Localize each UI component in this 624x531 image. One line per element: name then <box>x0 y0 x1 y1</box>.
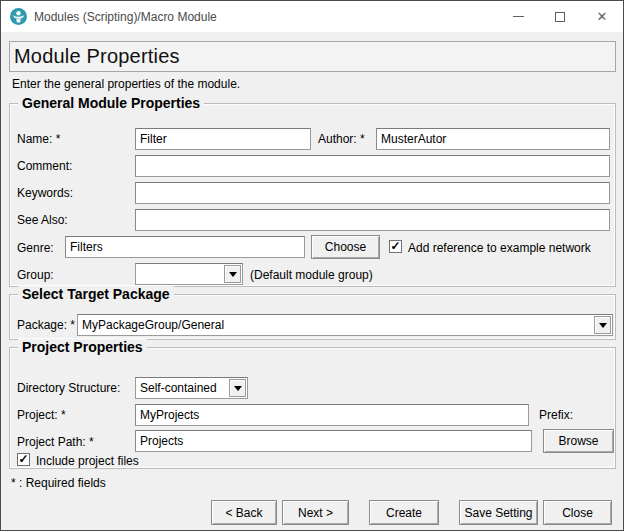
comment-label: Comment: <box>17 159 72 173</box>
group-label: Group: <box>17 268 54 282</box>
keywords-label: Keywords: <box>17 186 73 200</box>
target-package-legend: Select Target Package <box>18 286 174 302</box>
choose-button[interactable]: Choose <box>311 235 380 259</box>
group-hint: (Default module group) <box>250 268 373 282</box>
package-label: Package: * <box>17 318 75 332</box>
minimize-button[interactable] <box>497 1 539 32</box>
package-dropdown-value: MyPackageGroup/General <box>78 318 594 332</box>
target-package-group: Select Target Package Package: * MyPacka… <box>9 294 616 340</box>
comment-input[interactable] <box>135 155 610 177</box>
window-title: Modules (Scripting)/Macro Module <box>34 10 217 24</box>
close-icon: ✕ <box>597 10 608 23</box>
add-reference-checkbox[interactable]: ✓ <box>389 240 402 253</box>
name-input[interactable] <box>135 128 311 150</box>
general-properties-legend: General Module Properties <box>18 95 204 111</box>
chevron-down-icon[interactable] <box>229 379 246 397</box>
save-setting-button[interactable]: Save Setting <box>459 500 538 525</box>
include-project-files-checkbox[interactable]: ✓ <box>17 453 30 466</box>
group-dropdown[interactable] <box>135 263 243 285</box>
project-input[interactable] <box>135 404 529 426</box>
browse-button[interactable]: Browse <box>543 429 614 453</box>
project-path-input[interactable] <box>135 430 532 452</box>
triangle-glyph <box>229 272 237 277</box>
app-logo-icon <box>10 8 27 25</box>
directory-structure-dropdown[interactable]: Self-contained <box>135 377 248 399</box>
maximize-icon <box>555 12 565 22</box>
see-also-input[interactable] <box>135 209 610 231</box>
check-icon: ✓ <box>390 240 400 252</box>
chevron-down-icon[interactable] <box>594 316 611 334</box>
back-button[interactable]: < Back <box>211 500 277 525</box>
project-properties-legend: Project Properties <box>18 339 147 355</box>
minimize-icon <box>513 16 524 17</box>
directory-structure-value: Self-contained <box>136 381 229 395</box>
triangle-glyph <box>234 386 242 391</box>
genre-input[interactable] <box>65 236 305 258</box>
close-action-button[interactable]: Close <box>543 500 612 525</box>
package-dropdown[interactable]: MyPackageGroup/General <box>77 314 613 336</box>
titlebar: Modules (Scripting)/Macro Module ✕ <box>1 1 623 32</box>
window-controls: ✕ <box>497 1 623 32</box>
close-button[interactable]: ✕ <box>581 1 623 32</box>
include-project-files-label: Include project files <box>36 454 139 468</box>
create-button[interactable]: Create <box>369 500 439 525</box>
project-path-label: Project Path: * <box>17 435 94 449</box>
directory-structure-label: Directory Structure: <box>17 381 120 395</box>
prefix-label: Prefix: <box>539 408 573 422</box>
project-properties-group: Project Properties Directory Structure: … <box>9 347 616 469</box>
triangle-glyph <box>599 323 607 328</box>
chevron-down-icon[interactable] <box>224 265 241 283</box>
name-label: Name: * <box>17 132 60 146</box>
next-button[interactable]: Next > <box>282 500 349 525</box>
add-reference-label: Add reference to example network <box>408 241 591 255</box>
check-icon: ✓ <box>18 453 28 465</box>
page-title: Module Properties <box>10 45 180 68</box>
genre-label: Genre: <box>17 241 54 255</box>
author-label: Author: * <box>318 132 365 146</box>
page-subtitle: Enter the general properties of the modu… <box>12 77 240 91</box>
author-input[interactable] <box>376 128 610 150</box>
maximize-button[interactable] <box>539 1 581 32</box>
project-label: Project: * <box>17 408 66 422</box>
required-fields-note: * : Required fields <box>11 476 106 490</box>
keywords-input[interactable] <box>135 182 610 204</box>
see-also-label: See Also: <box>17 213 68 227</box>
module-wizard-dialog: Modules (Scripting)/Macro Module ✕ Modul… <box>0 0 624 531</box>
page-header: Module Properties <box>9 41 616 72</box>
general-properties-group: General Module Properties Name: * Author… <box>9 103 616 287</box>
